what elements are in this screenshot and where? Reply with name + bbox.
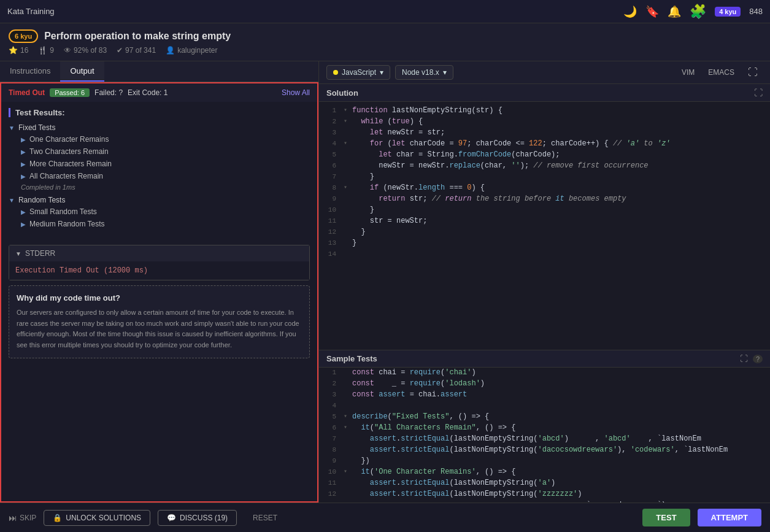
code-line: 6 newStr = newStr.replace(char, ''); // … [319, 161, 770, 172]
expand-sample-icon[interactable]: ⛶ [740, 354, 748, 363]
status-timed-out: Timed Out [9, 88, 45, 97]
test-item-more-chars[interactable]: ▶ More Characters Remain [9, 158, 310, 170]
js-dot [333, 70, 338, 75]
runtime-select[interactable]: Node v18.x ▾ [395, 65, 453, 80]
line-number: 4 [319, 401, 344, 409]
sample-code-line: 7 assert.strictEqual(lastNonEmptyString(… [319, 434, 770, 445]
emacs-button[interactable]: EMACS [703, 65, 739, 80]
code-line: 3 let newStr = str; [319, 128, 770, 139]
unlock-solutions-button[interactable]: 🔒 UNLOCK SOLUTIONS [44, 510, 150, 526]
language-select[interactable]: JavaScript ▾ [326, 65, 390, 80]
line-number: 3 [319, 128, 344, 136]
fold-icon[interactable]: ▾ [344, 106, 352, 114]
fold-icon[interactable]: ▾ [344, 412, 352, 420]
random-tests-label: Random Tests [18, 196, 65, 204]
line-content: describe("Fixed Tests", () => { [352, 412, 770, 421]
test-item-label: Medium Random Tests [29, 220, 105, 228]
line-content: const _ = require('lodash') [352, 379, 770, 388]
line-content: let newStr = str; [352, 128, 770, 137]
test-item-label: One Character Remains [29, 135, 109, 144]
status-passed: Passed: 6 [50, 88, 90, 97]
status-bar: Timed Out Passed: 6 Failed: ? Exit Code:… [0, 82, 318, 102]
stderr-label: STDERR [25, 249, 55, 258]
score: 848 [749, 7, 763, 16]
line-content: const chai = require('chai') [352, 368, 770, 377]
bell-icon[interactable]: 🔔 [668, 5, 681, 18]
fold-icon[interactable]: ▾ [344, 139, 352, 147]
timeout-text: Our servers are configured to only allow… [17, 307, 302, 350]
line-content: for (let charCode = 97; charCode <= 122;… [352, 139, 770, 148]
fold-icon[interactable]: ▾ [344, 468, 352, 475]
discuss-button[interactable]: 💬 DISCUSS (19) [158, 510, 237, 526]
fixed-tests-header[interactable]: ▼ Fixed Tests [9, 122, 310, 133]
random-tests-header[interactable]: ▼ Random Tests [9, 195, 310, 206]
author-meta: 👤 kaluginpeter [166, 46, 217, 55]
vim-button[interactable]: VIM [677, 65, 699, 80]
help-icon[interactable]: ? [753, 355, 763, 363]
arrow-icon: ▶ [21, 136, 26, 143]
chat-icon: 💬 [167, 514, 176, 522]
bookmark-icon[interactable]: 🔖 [645, 5, 659, 18]
sample-tests-title: Sample Tests [326, 354, 377, 363]
kata-title: Perform operation to make string empty [44, 31, 231, 42]
line-content: let char = String.fromCharCode(charCode)… [352, 150, 770, 159]
line-number: 10 [319, 468, 344, 476]
code-line: 2 ▾ while (true) { [319, 117, 770, 128]
test-results-container: Test Results: ▼ Fixed Tests ▶ One Charac… [0, 102, 318, 503]
code-line: 11 str = newStr; [319, 216, 770, 227]
stderr-header[interactable]: ▼ STDERR [9, 245, 309, 261]
code-line: 4 ▾ for (let charCode = 97; charCode <= … [319, 139, 770, 150]
editor-buttons: VIM EMACS ⛶ [677, 65, 763, 80]
code-line: 8 ▾ if (newStr.length === 0) { [319, 183, 770, 194]
test-item-two-chars[interactable]: ▶ Two Characters Remain [9, 145, 310, 158]
sample-tests-area[interactable]: 1 const chai = require('chai') 2 const _… [319, 368, 770, 503]
runtime-label: Node v18.x [402, 68, 439, 77]
runtime-arrow-icon: ▾ [443, 68, 447, 77]
test-button[interactable]: TEST [642, 509, 690, 526]
editor-selects: JavaScript ▾ Node v18.x ▾ [326, 65, 453, 80]
topbar-title: Kata Training [7, 7, 55, 16]
line-number: 13 [319, 239, 344, 247]
skip-arrow-icon: ⏭ [9, 513, 17, 523]
test-item-label: Small Random Tests [29, 207, 97, 216]
line-number: 2 [319, 379, 344, 387]
attempt-button[interactable]: ATTEMPT [698, 509, 761, 526]
solution-header: Solution ⛶ [319, 84, 770, 102]
test-item-one-char[interactable]: ▶ One Character Remains [9, 133, 310, 145]
show-all-button[interactable]: Show All [282, 88, 310, 97]
test-item-medium-random[interactable]: ▶ Medium Random Tests [9, 218, 310, 230]
fullscreen-button[interactable]: ⛶ [743, 65, 763, 80]
moon-icon[interactable]: 🌙 [623, 5, 637, 18]
fold-icon[interactable]: ▾ [344, 423, 352, 431]
fixed-tests-arrow: ▼ [9, 125, 15, 131]
tab-instructions[interactable]: Instructions [0, 61, 60, 82]
line-number: 5 [319, 412, 344, 420]
line-number: 4 [319, 139, 344, 147]
expand-solution-icon[interactable]: ⛶ [754, 88, 763, 98]
tab-output[interactable]: Output [60, 61, 104, 82]
test-item-all-chars[interactable]: ▶ All Characters Remain [9, 170, 310, 182]
line-number: 11 [319, 217, 344, 225]
line-number: 6 [319, 423, 344, 431]
test-results: Test Results: ▼ Fixed Tests ▶ One Charac… [1, 102, 317, 240]
test-item-label: All Characters Remain [29, 172, 103, 180]
kata-meta: ⭐ 16 🍴 9 👁 92% of 83 ✔ 97 of 341 👤 kalug… [9, 46, 761, 55]
reset-button[interactable]: RESET [244, 511, 286, 525]
line-number: 9 [319, 195, 344, 202]
fold-icon[interactable]: ▾ [344, 117, 352, 125]
line-number: 11 [319, 479, 344, 487]
line-content: while (true) { [352, 117, 770, 126]
topbar-right: 🌙 🔖 🔔 🧩 4 kyu 848 [623, 4, 763, 20]
code-line: 7 } [319, 172, 770, 183]
code-line: 5 let char = String.fromCharCode(charCod… [319, 150, 770, 161]
fold-icon[interactable]: ▾ [344, 183, 352, 191]
test-item-small-random[interactable]: ▶ Small Random Tests [9, 206, 310, 218]
line-content: newStr = newStr.replace(char, ''); // re… [352, 161, 770, 170]
kyu-badge: 6 kyu [9, 29, 38, 43]
user-avatar[interactable]: 🧩 [690, 4, 706, 20]
line-content: return str; // return the string before … [352, 195, 770, 203]
skip-button[interactable]: ⏭ SKIP [9, 513, 36, 523]
code-editor[interactable]: 1 ▾ function lastNonEmptyString(str) { 2… [319, 102, 770, 350]
line-content: it("All Characters Remain", () => { [352, 423, 770, 432]
code-line: 10 } [319, 205, 770, 216]
